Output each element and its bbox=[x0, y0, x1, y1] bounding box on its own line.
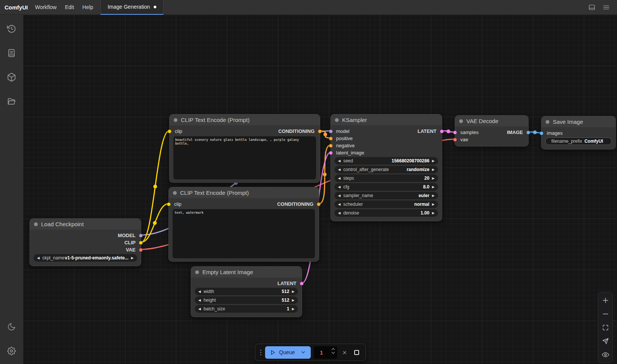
output-slot-LATENT[interactable] bbox=[300, 282, 304, 285]
batch-count-input[interactable]: 1 bbox=[314, 346, 337, 359]
widget-ckpt_name[interactable]: ◀ckpt_namev1-5-pruned-emaonly.safete...▶ bbox=[34, 254, 137, 262]
output-slot-CLIP[interactable] bbox=[139, 241, 143, 245]
menu-help[interactable]: Help bbox=[78, 4, 97, 10]
sidebar-item-workflow-history[interactable] bbox=[4, 21, 20, 37]
node-ksampler[interactable]: KSamplermodelLATENTpositivenegativelaten… bbox=[330, 114, 442, 221]
collapse-dot-icon[interactable] bbox=[195, 270, 199, 274]
node-title[interactable]: Load Checkpoint bbox=[30, 219, 141, 230]
fit-view-button[interactable] bbox=[598, 321, 612, 334]
toggle-link-visibility-button[interactable] bbox=[598, 348, 612, 361]
select-mode-button[interactable] bbox=[598, 334, 612, 348]
input-slot-positive[interactable] bbox=[329, 137, 333, 140]
widget-increment-icon[interactable]: ▶ bbox=[432, 194, 435, 197]
widget-control_after_generate[interactable]: ◀control_after_generaterandomize▶ bbox=[335, 166, 438, 173]
output-slot-VAE[interactable] bbox=[139, 248, 143, 252]
widget-denoise[interactable]: ◀denoise1.00▶ bbox=[335, 209, 438, 217]
node-clip-encode-2[interactable]: CLIP Text Encode (Prompt)clipCONDITIONIN… bbox=[168, 187, 319, 262]
widget-seed[interactable]: ◀seed156680208700286▶ bbox=[335, 157, 438, 165]
workflow-tab[interactable]: Image Generation bbox=[100, 0, 164, 15]
bottom-panel-toggle-button[interactable] bbox=[585, 1, 599, 14]
input-slot-clip[interactable] bbox=[168, 130, 171, 133]
widget-increment-icon[interactable]: ▶ bbox=[292, 290, 295, 293]
widget-scheduler[interactable]: ◀schedulernormal▶ bbox=[335, 201, 438, 208]
widget-height[interactable]: ◀height512▶ bbox=[195, 296, 298, 304]
widget-decrement-icon[interactable]: ◀ bbox=[198, 307, 201, 311]
spinner-up-icon[interactable] bbox=[331, 348, 335, 350]
clear-queue-button[interactable] bbox=[352, 350, 361, 355]
widget-decrement-icon[interactable]: ◀ bbox=[338, 159, 341, 163]
output-slot-MODEL[interactable] bbox=[139, 234, 143, 238]
widget-decrement-icon[interactable]: ◀ bbox=[338, 211, 341, 215]
settings-button[interactable] bbox=[4, 343, 20, 359]
collapse-dot-icon[interactable] bbox=[174, 118, 177, 122]
collapse-dot-icon[interactable] bbox=[459, 119, 463, 123]
widget-increment-icon[interactable]: ▶ bbox=[432, 168, 435, 171]
output-slot-CONDITIONING[interactable] bbox=[318, 130, 322, 133]
sidebar-item-model-library[interactable] bbox=[4, 69, 20, 85]
sidebar-item-workflows[interactable] bbox=[4, 93, 20, 109]
widget-width[interactable]: ◀width512▶ bbox=[195, 288, 298, 295]
widget-cfg[interactable]: ◀cfg8.0▶ bbox=[335, 183, 438, 191]
widget-increment-icon[interactable]: ▶ bbox=[292, 299, 295, 302]
sidebar-item-queue[interactable] bbox=[4, 45, 20, 61]
widget-decrement-icon[interactable]: ◀ bbox=[198, 299, 201, 302]
widget-decrement-icon[interactable]: ◀ bbox=[338, 194, 341, 197]
widget-increment-icon[interactable]: ▶ bbox=[432, 159, 435, 163]
node-vae-decode[interactable]: VAE DecodesamplesIMAGEvae bbox=[455, 115, 529, 147]
widget-increment-icon[interactable]: ▶ bbox=[432, 185, 435, 189]
collapse-dot-icon[interactable] bbox=[335, 118, 339, 122]
graph-canvas[interactable] bbox=[23, 15, 617, 364]
widget-batch_size[interactable]: ◀batch_size1▶ bbox=[195, 305, 298, 313]
queue-bar-drag-handle[interactable] bbox=[259, 350, 262, 355]
main-menu-button[interactable] bbox=[599, 1, 613, 14]
collapse-dot-icon[interactable] bbox=[34, 222, 38, 226]
spinner-down-icon[interactable] bbox=[331, 352, 335, 354]
zoom-out-button[interactable] bbox=[598, 307, 612, 321]
node-empty-latent[interactable]: Empty Latent ImageLATENT◀width512▶◀heigh… bbox=[191, 266, 302, 317]
input-slot-clip[interactable] bbox=[167, 202, 171, 206]
widget-sampler_name[interactable]: ◀sampler_nameeuler▶ bbox=[335, 192, 438, 199]
widget-increment-icon[interactable]: ▶ bbox=[432, 203, 435, 206]
menu-edit[interactable]: Edit bbox=[61, 4, 78, 10]
queue-button[interactable]: Queue bbox=[265, 346, 311, 359]
node-title[interactable]: VAE Decode bbox=[455, 116, 528, 126]
node-title[interactable]: Save Image bbox=[541, 116, 615, 127]
input-slot-images[interactable] bbox=[540, 131, 543, 135]
widget-decrement-icon[interactable]: ◀ bbox=[338, 168, 341, 171]
widget-decrement-icon[interactable]: ◀ bbox=[338, 177, 341, 180]
widget-decrement-icon[interactable]: ◀ bbox=[338, 185, 341, 189]
input-slot-model[interactable] bbox=[329, 130, 333, 133]
zoom-in-button[interactable] bbox=[598, 293, 612, 307]
node-load-checkpoint[interactable]: Load CheckpointMODELCLIPVAE◀ckpt_namev1-… bbox=[29, 218, 141, 266]
output-slot-CONDITIONING[interactable] bbox=[317, 202, 321, 206]
widget-decrement-icon[interactable]: ◀ bbox=[338, 203, 341, 206]
output-slot-LATENT[interactable] bbox=[440, 130, 444, 133]
input-slot-latent_image[interactable] bbox=[329, 151, 333, 155]
input-slot-vae[interactable] bbox=[453, 138, 457, 142]
prompt-textarea[interactable]: text, watermark bbox=[173, 209, 315, 258]
menu-workflow[interactable]: Workflow bbox=[31, 4, 61, 10]
interrupt-button[interactable]: × bbox=[340, 349, 349, 356]
input-slot-negative[interactable] bbox=[329, 144, 333, 148]
node-save-image[interactable]: Save Imageimagesfilename_prefixComfyUI bbox=[541, 116, 616, 150]
widget-increment-icon[interactable]: ▶ bbox=[292, 307, 295, 311]
node-title[interactable]: KSampler bbox=[331, 114, 442, 125]
widget-steps[interactable]: ◀steps20▶ bbox=[335, 174, 438, 182]
comfyui-logo[interactable]: ComfyUI bbox=[5, 4, 28, 11]
widget-decrement-icon[interactable]: ◀ bbox=[37, 256, 40, 260]
widget-increment-icon[interactable]: ▶ bbox=[432, 177, 435, 180]
widget-increment-icon[interactable]: ▶ bbox=[432, 211, 435, 215]
collapse-dot-icon[interactable] bbox=[173, 191, 177, 195]
node-clip-encode-1[interactable]: CLIP Text Encode (Prompt)clipCONDITIONIN… bbox=[169, 114, 320, 183]
prompt-textarea[interactable]: beautiful scenery nature glass bottle la… bbox=[173, 136, 316, 179]
widget-decrement-icon[interactable]: ◀ bbox=[198, 290, 201, 293]
node-title[interactable]: CLIP Text Encode (Prompt) bbox=[169, 187, 319, 198]
widget-filename_prefix[interactable]: filename_prefixComfyUI bbox=[545, 137, 612, 145]
output-slot-IMAGE[interactable] bbox=[526, 131, 530, 134]
widget-increment-icon[interactable]: ▶ bbox=[131, 256, 134, 260]
node-title[interactable]: CLIP Text Encode (Prompt) bbox=[170, 114, 320, 125]
theme-toggle-button[interactable] bbox=[4, 319, 20, 335]
collapse-dot-icon[interactable] bbox=[546, 120, 549, 124]
node-title[interactable]: Empty Latent Image bbox=[191, 267, 302, 278]
input-slot-samples[interactable] bbox=[453, 131, 457, 134]
